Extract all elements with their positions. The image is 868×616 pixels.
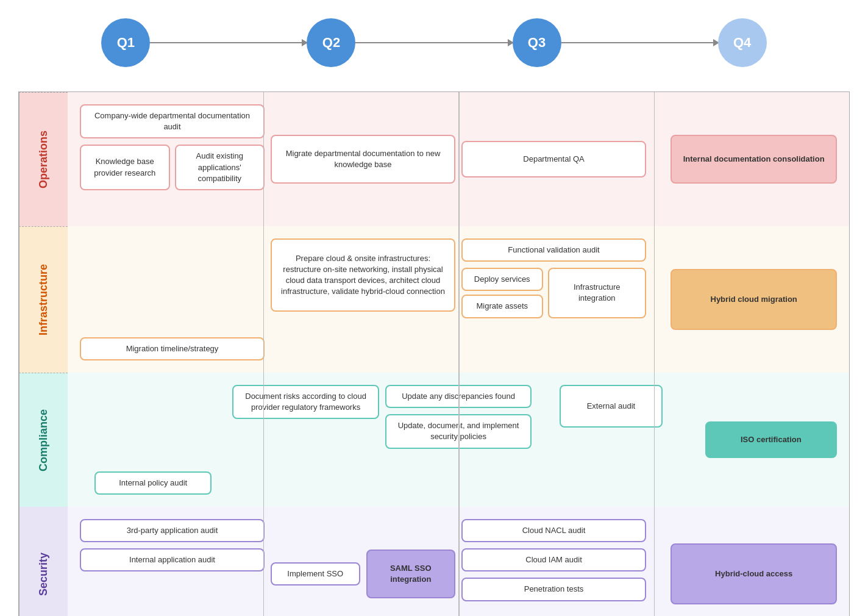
sec-q3: Cloud NACL audit Cloud IAM audit Penetra… bbox=[458, 516, 649, 616]
ops-vline-2 bbox=[458, 92, 460, 226]
compliance-row: Internal policy audit Document risks acc… bbox=[68, 373, 849, 507]
comp-q4: ISO certification bbox=[688, 382, 840, 498]
ops-q2: Migrate departmental documentation to ne… bbox=[268, 101, 458, 217]
infrastructure-row: Migration timeline/strategy Prepare clou… bbox=[68, 226, 849, 373]
sec-card-hybrid-access: Hybrid-cloud access bbox=[671, 543, 837, 604]
sec-card-3rdparty: 3rd-party application audit bbox=[80, 519, 265, 542]
infra-q12: Prepare cloud & onsite infrastructures: … bbox=[268, 235, 458, 364]
ops-q4: Internal documentation consolidation bbox=[649, 101, 840, 217]
q2-label: Q2 bbox=[322, 35, 340, 51]
sec-card-sso: Implement SSO bbox=[271, 562, 360, 586]
comp-card-policy: Internal policy audit bbox=[94, 471, 212, 495]
infra-card-validation: Functional validation audit bbox=[461, 238, 646, 262]
q1-label: Q1 bbox=[117, 35, 135, 51]
timeline-line-2 bbox=[355, 42, 512, 43]
sec-q1: 3rd-party application audit Internal app… bbox=[77, 516, 268, 616]
q1-node: Q1 bbox=[101, 18, 150, 67]
sec-vline-3 bbox=[654, 507, 655, 616]
q3-label: Q3 bbox=[528, 35, 546, 51]
comp-card-iso: ISO certification bbox=[705, 421, 837, 458]
infra-card-hybrid: Hybrid cloud migration bbox=[671, 269, 837, 330]
q4-node: Q4 bbox=[718, 18, 767, 67]
comp-card-risks: Document risks according to cloud provid… bbox=[232, 385, 379, 419]
comp-vline-1 bbox=[263, 373, 265, 507]
infra-q3: Functional validation audit Deploy servi… bbox=[458, 235, 649, 364]
label-security: Security bbox=[19, 507, 68, 616]
sec-card-pentest: Penetration tests bbox=[461, 578, 646, 601]
ops-card-compat: Audit existing applications' compatibili… bbox=[175, 145, 265, 190]
timeline-line-1 bbox=[150, 42, 307, 43]
q3-node: Q3 bbox=[513, 18, 561, 67]
security-row: 3rd-party application audit Internal app… bbox=[68, 507, 849, 616]
infra-card-timeline: Migration timeline/strategy bbox=[80, 337, 265, 360]
label-operations: Operations bbox=[19, 92, 68, 226]
ops-q3: Departmental QA bbox=[458, 101, 649, 217]
ops-q1: Company-wide departmental documentation … bbox=[77, 101, 268, 217]
sec-q4: Hybrid-cloud access bbox=[649, 516, 840, 616]
ops-vline-3 bbox=[654, 92, 655, 226]
sec-card-iam: Cloud IAM audit bbox=[461, 548, 646, 571]
ops-card-migrate: Migrate departmental documentation to ne… bbox=[271, 135, 455, 184]
sec-vline-2 bbox=[458, 507, 460, 616]
ops-card-consolidation: Internal documentation consolidation bbox=[671, 135, 837, 184]
label-infrastructure: Infrastructure bbox=[19, 226, 68, 373]
ops-vline-1 bbox=[263, 92, 265, 226]
timeline: Q1 Q2 Q3 Q4 bbox=[18, 12, 850, 73]
comp-q3: External audit bbox=[535, 382, 687, 498]
infra-q4: Hybrid cloud migration bbox=[649, 235, 840, 364]
q1-circle: Q1 bbox=[101, 18, 150, 67]
ops-card-qa: Departmental QA bbox=[461, 141, 646, 177]
ops-card-audit: Company-wide departmental documentation … bbox=[80, 104, 265, 138]
timeline-line-3 bbox=[561, 42, 718, 43]
sec-card-saml: SAML SSO integration bbox=[366, 550, 456, 598]
timeline-wrapper: Q1 Q2 Q3 Q4 bbox=[101, 18, 766, 67]
sec-vline-1 bbox=[263, 507, 265, 616]
infra-card-integration: Infrastructure integration bbox=[548, 268, 647, 318]
infra-card-migrate-assets: Migrate assets bbox=[461, 295, 543, 318]
comp-q12: Document risks according to cloud provid… bbox=[229, 382, 382, 498]
operations-row: Company-wide departmental documentation … bbox=[68, 92, 849, 226]
q2-circle: Q2 bbox=[307, 18, 355, 67]
q3-circle: Q3 bbox=[513, 18, 561, 67]
sec-card-nacl: Cloud NACL audit bbox=[461, 519, 646, 542]
main-container: Q1 Q2 Q3 Q4 bbox=[0, 0, 868, 616]
q2-node: Q2 bbox=[307, 18, 355, 67]
q4-circle: Q4 bbox=[718, 18, 767, 67]
comp-vline-3 bbox=[654, 373, 655, 507]
infra-vline-1 bbox=[263, 226, 265, 373]
ops-card-kb: Knowledge base provider research bbox=[80, 145, 170, 190]
comp-q1: Internal policy audit bbox=[77, 382, 229, 498]
infra-vline-2 bbox=[458, 226, 460, 373]
sec-card-internal-app: Internal application audit bbox=[80, 548, 265, 571]
sec-q2: Implement SSO SAML SSO integration bbox=[268, 516, 458, 616]
comp-vline-2 bbox=[458, 373, 460, 507]
infra-q1: Migration timeline/strategy bbox=[77, 235, 268, 364]
infra-card-prepare: Prepare cloud & onsite infrastructures: … bbox=[271, 238, 455, 312]
label-compliance: Compliance bbox=[19, 373, 68, 507]
q4-label: Q4 bbox=[733, 35, 751, 51]
infra-vline-3 bbox=[654, 226, 655, 373]
main-grid: Operations Company-wide departmental doc… bbox=[18, 91, 850, 616]
infra-card-deploy: Deploy services bbox=[461, 268, 543, 291]
comp-card-external-audit: External audit bbox=[560, 385, 662, 428]
